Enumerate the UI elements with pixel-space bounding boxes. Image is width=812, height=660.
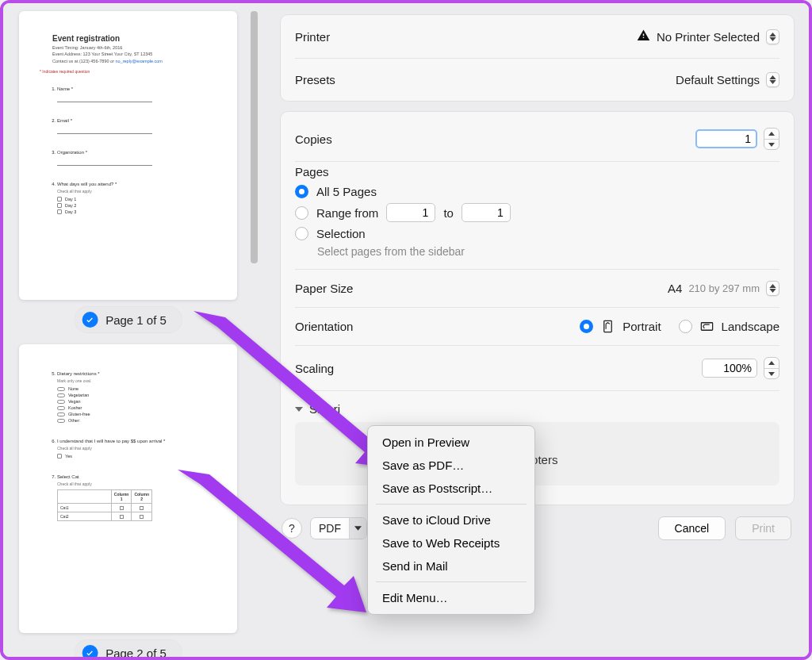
checkmark-icon [82, 312, 98, 328]
presets-value: Default Settings [676, 73, 760, 86]
page-badge-1[interactable]: Page 1 of 5 [74, 306, 182, 333]
menu-save-to-web-receipts[interactable]: Save to Web Receipts [368, 531, 534, 554]
radio-icon [295, 227, 308, 240]
print-options-panel: Printer No Printer Selected Presets Defa… [269, 3, 809, 657]
radio-icon [679, 320, 692, 333]
page-thumbnail-1[interactable]: Event registration Event Timing: January… [19, 11, 237, 300]
stepper-down-icon[interactable] [764, 139, 779, 149]
radio-icon [295, 206, 308, 220]
menu-send-in-mail[interactable]: Send in Mail [368, 554, 534, 578]
paper-size-select[interactable] [766, 281, 779, 296]
page-badge-2[interactable]: Page 2 of 5 [74, 639, 182, 657]
print-settings-group: Copies Pages All 5 Pages Range [280, 111, 795, 505]
printer-value: No Printer Selected [657, 30, 760, 44]
menu-save-as-postscript[interactable]: Save as Postscript… [368, 477, 534, 500]
presets-select[interactable] [766, 72, 779, 87]
safari-section-toggle[interactable]: Safari [295, 391, 779, 422]
scaling-label: Scaling [295, 362, 334, 375]
page-thumbnail-sidebar[interactable]: Event registration Event Timing: January… [3, 3, 269, 657]
paper-size-dimensions: 210 by 297 mm [688, 282, 760, 294]
copies-input[interactable] [695, 129, 757, 148]
menu-open-in-preview[interactable]: Open in Preview [368, 431, 534, 454]
scaling-stepper[interactable] [764, 357, 779, 379]
pages-label: Pages [295, 165, 779, 178]
pdf-dropdown-button[interactable]: PDF [310, 517, 367, 539]
stepper-up-icon[interactable] [764, 129, 779, 139]
menu-edit-menu[interactable]: Edit Menu… [368, 586, 534, 609]
paper-size-value: A4 [668, 282, 682, 295]
radio-icon [295, 185, 308, 198]
radio-all-pages[interactable]: All 5 Pages [295, 185, 779, 198]
copies-label: Copies [295, 132, 332, 146]
selection-hint: Select pages from the sidebar [317, 245, 779, 258]
chevron-down-icon [295, 405, 303, 413]
page-thumbnail-2[interactable]: Dietary restrictions * Mark only one ova… [19, 344, 237, 633]
form-title: Event registration [52, 34, 220, 43]
checkmark-icon [82, 645, 98, 657]
paper-size-label: Paper Size [295, 282, 353, 295]
cancel-button[interactable]: Cancel [658, 516, 726, 540]
printer-panel: Printer No Printer Selected Presets Defa… [280, 14, 795, 102]
landscape-icon [699, 319, 714, 334]
scaling-input[interactable] [702, 359, 757, 378]
copies-stepper[interactable] [764, 128, 779, 150]
printer-label: Printer [295, 30, 330, 44]
orientation-landscape[interactable]: Landscape [679, 319, 779, 334]
range-to-input[interactable] [462, 203, 511, 222]
pdf-dropdown-menu: Open in Preview Save as PDF… Save as Pos… [367, 425, 535, 615]
radio-range[interactable]: Range from to [295, 203, 779, 222]
scrollbar[interactable] [251, 11, 258, 263]
page-badge-label: Page 1 of 5 [105, 313, 167, 327]
warning-icon [637, 29, 650, 44]
stepper-up-icon[interactable] [764, 358, 779, 368]
portrait-icon [600, 319, 615, 334]
radio-icon [580, 320, 593, 333]
print-button[interactable]: Print [735, 516, 791, 540]
dialog-button-bar: ? PDF out Cancel Print [280, 515, 795, 542]
orientation-label: Orientation [295, 320, 353, 333]
stepper-down-icon[interactable] [764, 368, 779, 378]
help-button[interactable]: ? [282, 518, 302, 539]
printer-select[interactable] [766, 29, 779, 44]
radio-selection[interactable]: Selection [295, 227, 779, 240]
menu-save-to-icloud[interactable]: Save to iCloud Drive [368, 508, 534, 531]
chevron-down-icon[interactable] [349, 518, 366, 539]
page-badge-label: Page 2 of 5 [105, 647, 167, 658]
orientation-portrait[interactable]: Portrait [580, 319, 661, 334]
menu-save-as-pdf[interactable]: Save as PDF… [368, 454, 534, 477]
range-from-input[interactable] [386, 203, 435, 222]
presets-label: Presets [295, 73, 335, 86]
